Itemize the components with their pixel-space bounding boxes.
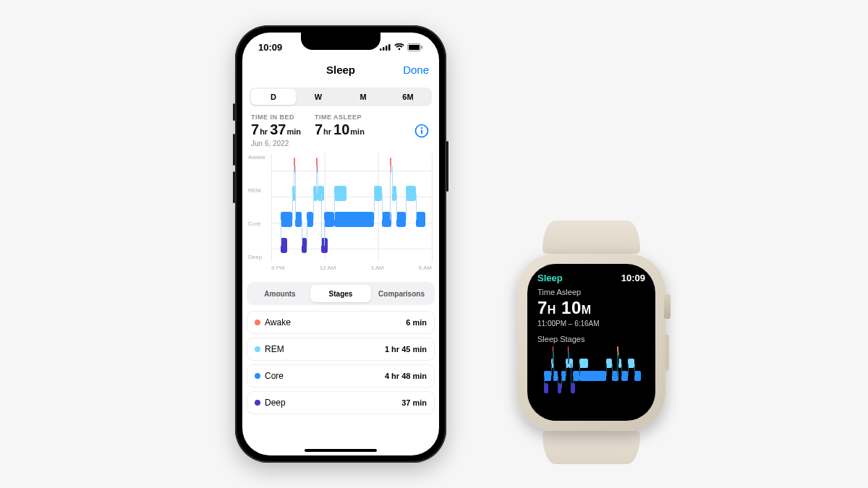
- svg-point-8: [421, 127, 422, 129]
- stage-row-core[interactable]: Core4 hr 48 min: [247, 364, 435, 388]
- seg-range-d[interactable]: D: [251, 89, 296, 105]
- volume-down-button: [233, 171, 235, 203]
- seg-range-m[interactable]: M: [341, 89, 386, 105]
- chart-connector: [334, 194, 335, 220]
- watch-chart-connector: [561, 376, 562, 388]
- view-mode-segment[interactable]: Amounts Stages Comparisons: [250, 285, 432, 302]
- seg-amounts[interactable]: Amounts: [250, 285, 310, 302]
- watch-chart-connector: [628, 364, 629, 376]
- watch-mins: 10: [561, 298, 582, 317]
- watch-side-button: [665, 335, 669, 371]
- chart-segment: [334, 212, 375, 227]
- watch-time-asleep-label: Time Asleep: [537, 288, 645, 296]
- chart-segment: [406, 186, 415, 201]
- chart-connector: [374, 194, 375, 220]
- ylabel-core: Core: [248, 220, 270, 228]
- watch-section-label: Sleep Stages: [537, 335, 645, 343]
- chart-connector: [321, 194, 322, 246]
- svg-rect-1: [383, 47, 385, 51]
- chart-plot-area: [271, 153, 432, 262]
- chart-segment: [324, 212, 333, 227]
- watch-chart-segment: [634, 371, 641, 380]
- info-icon[interactable]: [414, 124, 429, 138]
- seg-range-w[interactable]: W: [296, 89, 341, 105]
- xlabel-1: 12 AM: [320, 265, 336, 275]
- stage-list: Awake6 minREM1 hr 45 minCore4 hr 48 minD…: [247, 311, 435, 414]
- iphone-device: 10:09 Sleep Done D W M 6M: [235, 25, 446, 463]
- page-title: Sleep: [326, 64, 355, 76]
- chart-connector: [307, 220, 307, 246]
- watch-screen: Sleep 10:09 Time Asleep 7H 10M 11:00PM –…: [527, 264, 655, 421]
- watch-chart-connector: [618, 351, 619, 364]
- svg-rect-6: [422, 46, 423, 48]
- svg-rect-2: [386, 46, 388, 51]
- chart-y-labels: Awake REM Core Deep: [248, 153, 270, 262]
- time-in-bed-value: 7hr37min: [251, 121, 303, 138]
- watch-chart-connector: [579, 364, 580, 376]
- watch-sleep-chart[interactable]: [537, 346, 645, 394]
- watch-chart-connector: [544, 376, 545, 388]
- home-indicator[interactable]: [305, 449, 377, 452]
- time-in-bed-mins: 37: [270, 121, 286, 137]
- time-asleep-value: 7hr10min: [315, 121, 367, 138]
- watch-chart-segment: [606, 359, 611, 368]
- chart-segment: [281, 212, 292, 227]
- seg-stages[interactable]: Stages: [310, 285, 371, 302]
- iphone-screen: 10:09 Sleep Done D W M 6M: [242, 33, 439, 455]
- stage-value: 1 hr 45 min: [385, 345, 427, 354]
- chart-connector: [294, 166, 294, 194]
- view-mode-card: Amounts Stages Comparisons: [247, 282, 435, 305]
- watch-chart-segment: [544, 371, 551, 380]
- chart-connector: [316, 166, 317, 194]
- chart-segment: [334, 186, 347, 201]
- chart-connector: [281, 220, 281, 246]
- chart-segment: [374, 186, 382, 201]
- xlabel-2: 3 AM: [370, 265, 383, 275]
- watch-sleep-range: 11:00PM – 6:16AM: [537, 320, 645, 328]
- digital-crown: [664, 294, 671, 319]
- stage-color-dot: [255, 400, 260, 406]
- chart-connector: [406, 194, 407, 220]
- volume-up-button: [233, 134, 235, 166]
- svg-rect-9: [421, 130, 422, 134]
- mins-unit: min: [350, 127, 365, 136]
- chart-segment: [295, 212, 302, 227]
- chart-segment: [416, 212, 425, 227]
- stage-value: 4 hr 48 min: [385, 372, 427, 380]
- stage-row-awake[interactable]: Awake6 min: [247, 311, 435, 334]
- notch: [301, 33, 380, 50]
- seg-range-6m[interactable]: 6M: [386, 89, 430, 105]
- done-button[interactable]: Done: [403, 64, 429, 76]
- watch-chart-segment: [621, 371, 628, 380]
- nav-bar: Sleep Done: [242, 57, 439, 83]
- ylabel-deep: Deep: [248, 253, 270, 262]
- watch-chart-connector: [606, 364, 607, 376]
- stage-row-rem[interactable]: REM1 hr 45 min: [247, 338, 435, 361]
- stage-color-dot: [255, 373, 260, 379]
- mute-switch: [233, 103, 235, 121]
- xlabel-3: 6 AM: [419, 265, 432, 275]
- hours-unit: hr: [260, 127, 268, 136]
- xlabel-0: 9 PM: [271, 265, 285, 275]
- time-asleep-hours: 7: [315, 121, 323, 137]
- watch-chart-connector: [621, 364, 622, 376]
- watch-chart-connector: [569, 351, 569, 364]
- svg-rect-0: [380, 48, 382, 51]
- stage-value: 6 min: [406, 318, 427, 327]
- seg-comparisons[interactable]: Comparisons: [371, 285, 432, 302]
- watch-chart-connector: [551, 364, 552, 376]
- date-range-segment[interactable]: D W M 6M: [250, 87, 432, 106]
- ylabel-awake: Awake: [248, 153, 270, 162]
- apple-watch-device: Sleep 10:09 Time Asleep 7H 10M 11:00PM –…: [517, 221, 665, 464]
- stage-value: 37 min: [401, 398, 427, 407]
- watch-app-title[interactable]: Sleep: [537, 273, 563, 283]
- sleep-summary: TIME IN BED 7hr37min Jun 6, 2022 TIME AS…: [250, 114, 432, 147]
- watch-chart-connector: [553, 351, 554, 376]
- stage-row-deep[interactable]: Deep37 min: [247, 391, 435, 414]
- watch-case: Sleep 10:09 Time Asleep 7H 10M 11:00PM –…: [517, 254, 665, 431]
- stage-name: REM: [265, 344, 284, 354]
- chart-connector: [382, 194, 383, 220]
- chart-connector: [302, 220, 302, 246]
- sleep-stages-chart[interactable]: Awake REM Core Deep 9 PM 1: [242, 153, 439, 275]
- watch-hours: 7: [537, 298, 548, 317]
